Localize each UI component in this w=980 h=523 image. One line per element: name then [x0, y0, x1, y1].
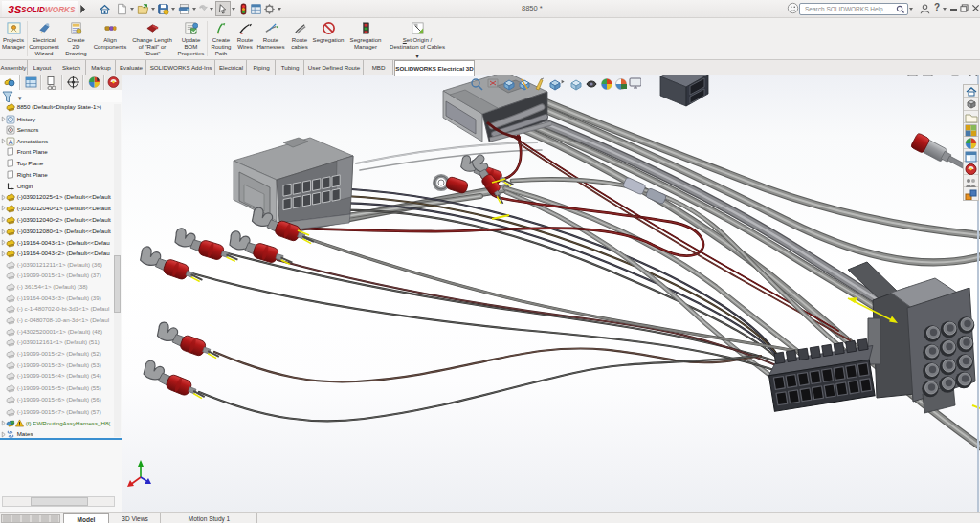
svg-text:SOLIDWORKS: SOLIDWORKS: [21, 6, 76, 14]
svg-text:ЗS: ЗS: [8, 4, 22, 15]
